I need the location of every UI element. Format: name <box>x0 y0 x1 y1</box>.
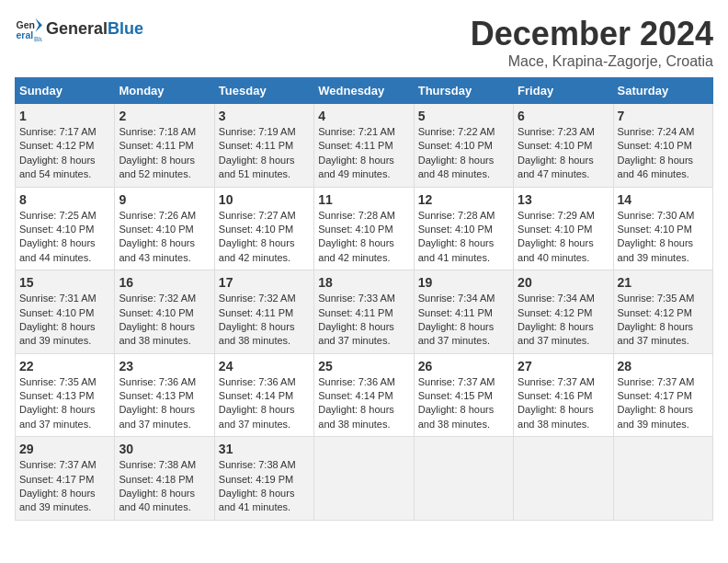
day-cell-3: 3 Sunrise: 7:19 AM Sunset: 4:11 PM Dayli… <box>214 104 313 188</box>
header-saturday: Saturday <box>613 78 712 104</box>
sunrise-label: Sunrise: 7:36 AM <box>318 376 395 387</box>
day-info: Sunrise: 7:23 AM Sunset: 4:10 PM Dayligh… <box>518 125 609 182</box>
day-number: 22 <box>19 359 110 373</box>
empty-cell <box>414 437 513 521</box>
day-info: Sunrise: 7:28 AM Sunset: 4:10 PM Dayligh… <box>418 209 509 266</box>
daylight-label: Daylight: 8 hours and 38 minutes. <box>418 404 495 429</box>
day-info: Sunrise: 7:22 AM Sunset: 4:10 PM Dayligh… <box>418 125 509 182</box>
sunrise-label: Sunrise: 7:29 AM <box>518 210 595 221</box>
sunset-label: Sunset: 4:11 PM <box>418 307 493 318</box>
day-info: Sunrise: 7:35 AM Sunset: 4:13 PM Dayligh… <box>19 375 110 432</box>
empty-cell <box>514 437 613 521</box>
day-cell-5: 5 Sunrise: 7:22 AM Sunset: 4:10 PM Dayli… <box>414 104 513 188</box>
daylight-label: Daylight: 8 hours and 41 minutes. <box>418 237 495 262</box>
day-number: 1 <box>19 109 110 123</box>
daylight-label: Daylight: 8 hours and 39 minutes. <box>618 237 694 262</box>
sunrise-label: Sunrise: 7:37 AM <box>418 376 495 387</box>
daylight-label: Daylight: 8 hours and 54 minutes. <box>19 155 96 179</box>
day-cell-9: 9 Sunrise: 7:26 AM Sunset: 4:10 PM Dayli… <box>115 187 214 270</box>
sunset-label: Sunset: 4:10 PM <box>518 224 592 235</box>
empty-cell <box>314 437 414 521</box>
day-cell-26: 26 Sunrise: 7:37 AM Sunset: 4:15 PM Dayl… <box>414 353 513 437</box>
daylight-label: Daylight: 8 hours and 42 minutes. <box>318 237 394 262</box>
day-number: 12 <box>418 192 509 207</box>
day-cell-24: 24 Sunrise: 7:36 AM Sunset: 4:14 PM Dayl… <box>214 353 313 437</box>
logo-text-general: General <box>46 19 108 39</box>
sunset-label: Sunset: 4:10 PM <box>19 307 94 318</box>
daylight-label: Daylight: 8 hours and 37 minutes. <box>119 404 195 429</box>
day-cell-21: 21 Sunrise: 7:35 AM Sunset: 4:12 PM Dayl… <box>613 270 712 354</box>
day-info: Sunrise: 7:31 AM Sunset: 4:10 PM Dayligh… <box>19 292 110 349</box>
sunrise-label: Sunrise: 7:37 AM <box>19 459 97 470</box>
day-info: Sunrise: 7:29 AM Sunset: 4:10 PM Dayligh… <box>518 209 609 266</box>
daylight-label: Daylight: 8 hours and 37 minutes. <box>219 404 295 429</box>
sunset-label: Sunset: 4:14 PM <box>219 390 293 401</box>
empty-cell <box>613 437 712 521</box>
sunset-label: Sunset: 4:12 PM <box>618 307 692 318</box>
daylight-label: Daylight: 8 hours and 38 minutes. <box>219 321 295 346</box>
day-info: Sunrise: 7:18 AM Sunset: 4:11 PM Dayligh… <box>119 125 210 182</box>
day-number: 5 <box>418 109 509 123</box>
day-number: 8 <box>19 192 110 207</box>
daylight-label: Daylight: 8 hours and 37 minutes. <box>518 321 594 346</box>
sunrise-label: Sunrise: 7:30 AM <box>618 210 695 221</box>
svg-text:eral: eral <box>17 29 34 40</box>
day-cell-31: 31 Sunrise: 7:38 AM Sunset: 4:19 PM Dayl… <box>214 437 313 521</box>
daylight-label: Daylight: 8 hours and 38 minutes. <box>518 404 594 429</box>
day-cell-25: 25 Sunrise: 7:36 AM Sunset: 4:14 PM Dayl… <box>314 353 414 437</box>
sunrise-label: Sunrise: 7:35 AM <box>19 376 97 387</box>
title-area: December 2024 Mace, Krapina-Zagorje, Cro… <box>471 15 713 70</box>
sunrise-label: Sunrise: 7:32 AM <box>219 293 296 304</box>
sunrise-label: Sunrise: 7:35 AM <box>618 293 695 304</box>
weekday-header-row: Sunday Monday Tuesday Wednesday Thursday… <box>16 78 713 104</box>
logo: Gen eral Blue General Blue <box>15 15 143 42</box>
sunrise-label: Sunrise: 7:37 AM <box>518 376 595 387</box>
sunset-label: Sunset: 4:16 PM <box>518 390 592 401</box>
day-number: 4 <box>318 109 409 123</box>
day-info: Sunrise: 7:34 AM Sunset: 4:11 PM Dayligh… <box>418 292 509 349</box>
sunset-label: Sunset: 4:10 PM <box>318 224 392 235</box>
day-info: Sunrise: 7:27 AM Sunset: 4:10 PM Dayligh… <box>219 209 310 266</box>
day-cell-18: 18 Sunrise: 7:33 AM Sunset: 4:11 PM Dayl… <box>314 270 414 354</box>
sunset-label: Sunset: 4:14 PM <box>318 390 392 401</box>
daylight-label: Daylight: 8 hours and 42 minutes. <box>219 237 295 262</box>
day-info: Sunrise: 7:32 AM Sunset: 4:10 PM Dayligh… <box>119 292 210 349</box>
sunset-label: Sunset: 4:17 PM <box>19 474 94 485</box>
day-info: Sunrise: 7:25 AM Sunset: 4:10 PM Dayligh… <box>19 209 110 266</box>
calendar-week-2: 8 Sunrise: 7:25 AM Sunset: 4:10 PM Dayli… <box>16 187 713 270</box>
sunset-label: Sunset: 4:11 PM <box>219 307 293 318</box>
day-cell-23: 23 Sunrise: 7:36 AM Sunset: 4:13 PM Dayl… <box>115 353 214 437</box>
day-number: 31 <box>219 442 310 456</box>
day-number: 11 <box>318 192 409 207</box>
day-number: 3 <box>219 109 310 123</box>
sunrise-label: Sunrise: 7:23 AM <box>518 126 595 137</box>
day-cell-17: 17 Sunrise: 7:32 AM Sunset: 4:11 PM Dayl… <box>214 270 313 354</box>
day-number: 14 <box>618 192 709 207</box>
sunrise-label: Sunrise: 7:33 AM <box>318 293 395 304</box>
day-cell-10: 10 Sunrise: 7:27 AM Sunset: 4:10 PM Dayl… <box>214 187 313 270</box>
day-info: Sunrise: 7:36 AM Sunset: 4:13 PM Dayligh… <box>119 375 210 432</box>
header-tuesday: Tuesday <box>214 78 313 104</box>
daylight-label: Daylight: 8 hours and 48 minutes. <box>418 155 495 179</box>
daylight-label: Daylight: 8 hours and 41 minutes. <box>219 488 295 512</box>
daylight-label: Daylight: 8 hours and 38 minutes. <box>318 404 394 429</box>
day-info: Sunrise: 7:26 AM Sunset: 4:10 PM Dayligh… <box>119 209 210 266</box>
day-info: Sunrise: 7:37 AM Sunset: 4:17 PM Dayligh… <box>19 458 110 515</box>
daylight-label: Daylight: 8 hours and 51 minutes. <box>219 155 295 179</box>
daylight-label: Daylight: 8 hours and 47 minutes. <box>518 155 594 179</box>
header-sunday: Sunday <box>16 78 115 104</box>
day-info: Sunrise: 7:34 AM Sunset: 4:12 PM Dayligh… <box>518 292 609 349</box>
daylight-label: Daylight: 8 hours and 39 minutes. <box>19 488 96 512</box>
sunset-label: Sunset: 4:18 PM <box>119 474 193 485</box>
day-number: 20 <box>518 275 609 290</box>
sunset-label: Sunset: 4:13 PM <box>119 390 193 401</box>
sunrise-label: Sunrise: 7:34 AM <box>418 293 495 304</box>
day-info: Sunrise: 7:24 AM Sunset: 4:10 PM Dayligh… <box>618 125 709 182</box>
day-info: Sunrise: 7:28 AM Sunset: 4:10 PM Dayligh… <box>318 209 409 266</box>
sunrise-label: Sunrise: 7:19 AM <box>219 126 296 137</box>
day-cell-19: 19 Sunrise: 7:34 AM Sunset: 4:11 PM Dayl… <box>414 270 513 354</box>
day-info: Sunrise: 7:33 AM Sunset: 4:11 PM Dayligh… <box>318 292 409 349</box>
daylight-label: Daylight: 8 hours and 49 minutes. <box>318 155 394 179</box>
sunset-label: Sunset: 4:10 PM <box>119 307 193 318</box>
header-thursday: Thursday <box>414 78 513 104</box>
